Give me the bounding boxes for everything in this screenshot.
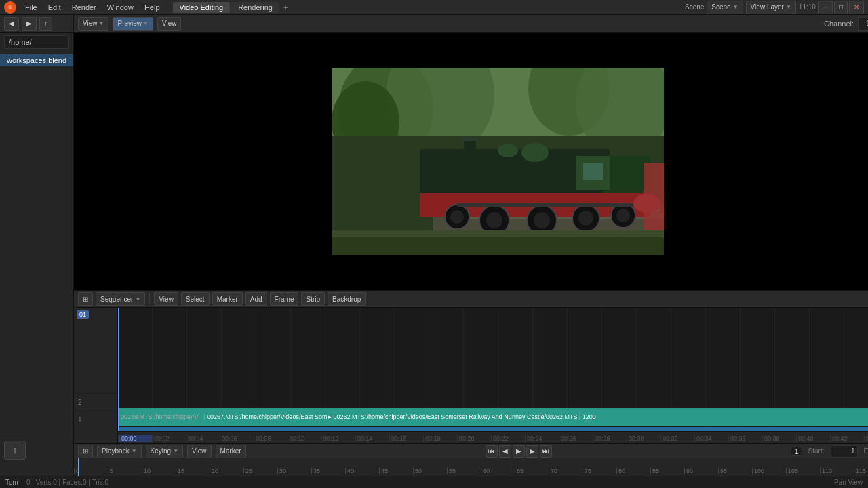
seq-add-btn[interactable]: Add (245, 292, 267, 306)
file-browser-bottom: ↑ · (0, 436, 73, 476)
svg-point-28 (616, 209, 630, 222)
preview-view-btn[interactable]: View ▼ (78, 17, 108, 30)
rm-75: 75 (583, 468, 616, 474)
menu-file[interactable]: File (20, 2, 42, 13)
rm-95: 95 (718, 468, 752, 474)
seq-ruler: 00:00 00:02 00:04 00:06 00:08 00:10 00:1… (118, 432, 868, 443)
preview-area (74, 33, 868, 290)
play-pause-btn[interactable]: ▶ (513, 445, 525, 458)
sequencer-header-btn[interactable]: ⊞ (78, 292, 93, 306)
t10: 00:10 (288, 435, 321, 442)
window-max-btn[interactable]: □ (834, 1, 848, 14)
menu-edit[interactable]: Edit (43, 2, 66, 13)
t32: 00:32 (660, 435, 694, 442)
rm-65: 65 (515, 468, 549, 474)
file-browser-up-btn[interactable]: ↑ (39, 17, 52, 30)
seq-timeline-content[interactable]: 00239.MTS:/home/chipper/V | 00257.MTS:/h… (118, 308, 868, 443)
t20: 00:20 (457, 435, 491, 442)
rm-80: 80 (616, 468, 650, 474)
current-frame-display: 1 (791, 447, 802, 456)
svg-rect-32 (460, 137, 479, 141)
tab-rendering[interactable]: Rendering (231, 2, 279, 13)
upload-btn[interactable]: ↑ (4, 441, 26, 460)
channel-input[interactable] (858, 17, 868, 30)
sequencer-area: 2 1 01 00239.MTS:/home/chipper/V | 00257… (74, 308, 868, 443)
strip1-label3: 00262.MTS:/home/chipper/Videos/East Some… (333, 413, 595, 420)
rm-35: 35 (311, 468, 345, 474)
playback-dropdown[interactable]: Playback ▼ (97, 445, 142, 458)
menu-window[interactable]: Window (102, 2, 138, 13)
preview-preview-arrow: ▼ (143, 20, 149, 26)
time-display: 11:10 (799, 3, 816, 11)
t40: 00:40 (796, 435, 830, 442)
t34: 00:34 (694, 435, 728, 442)
seq-view-btn[interactable]: View (154, 292, 178, 306)
t8: 00:08 (254, 435, 288, 442)
menu-help[interactable]: Help (140, 2, 165, 13)
svg-point-1 (8, 5, 12, 9)
seq-frame-btn[interactable]: Frame (270, 292, 299, 306)
seq-channel-1: 1 (74, 411, 117, 428)
strip1-label1: 00239.MTS:/home/chipper/V (121, 413, 199, 420)
preview-preview-btn[interactable]: Preview ▼ (113, 17, 153, 30)
t30: 00:30 (627, 435, 660, 442)
center-area: View ▼ Preview ▼ View Channel: ⊞ ⛶ (74, 15, 868, 476)
sequencer-name-dropdown[interactable]: Sequencer ▼ (96, 292, 145, 306)
seq-marker-btn[interactable]: Marker (212, 292, 243, 306)
frame-start-input[interactable] (831, 445, 858, 458)
t24: 00:24 (525, 435, 559, 442)
seq-strip-1[interactable]: 00239.MTS:/home/chipper/V | 00257.MTS:/h… (118, 408, 868, 426)
svg-point-26 (578, 211, 593, 226)
svg-point-22 (486, 212, 502, 228)
timeline-marker-btn[interactable]: Marker (216, 445, 246, 458)
rm-55: 55 (447, 468, 481, 474)
svg-point-20 (450, 210, 464, 224)
rm-100: 100 (752, 468, 786, 474)
seq-channel-2: 2 (74, 393, 117, 411)
preview-label: Preview (117, 20, 142, 27)
rm-40: 40 (345, 468, 379, 474)
rm-5: 5 (108, 468, 142, 474)
preview-view2-btn[interactable]: View (157, 17, 182, 30)
status-view: Pan View (834, 479, 863, 486)
rm-45: 45 (379, 468, 413, 474)
timeline-view-btn[interactable]: View (187, 445, 212, 458)
timeline-controls: ⊞ Playback ▼ Keying ▼ View Marker ⏮ ◀ ▶ … (74, 443, 868, 458)
timeline-header-btn[interactable]: ⊞ (78, 445, 93, 458)
file-browser-fwd-btn[interactable]: ▶ (22, 17, 37, 30)
t0: 00:00 (118, 435, 152, 442)
menu-render[interactable]: Render (67, 2, 101, 13)
viewlayer-dropdown-arrow: ▼ (786, 4, 791, 10)
t38: 00:38 (762, 435, 796, 442)
seq-strip-btn[interactable]: Strip (301, 292, 325, 306)
t6: 00:06 (220, 435, 254, 442)
path-input[interactable] (4, 35, 69, 49)
viewlayer-dropdown[interactable]: View Layer ▼ (746, 1, 796, 14)
tab-video-editing[interactable]: Video Editing (173, 2, 231, 13)
frame-end-label: End: (864, 447, 869, 455)
file-browser-back-btn[interactable]: ◀ (4, 17, 19, 30)
file-entry-workspace[interactable]: workspaces.blend (0, 54, 73, 66)
status-bar: Tom 0 | Verts:0 | Faces:0 | Tris:0 Pan V… (0, 476, 868, 488)
skip-start-btn[interactable]: ⏮ (486, 445, 498, 458)
preview-toolbar: View ▼ Preview ▼ View Channel: ⊞ ⛶ (74, 15, 868, 33)
preview-image (332, 68, 664, 255)
rm-70: 70 (549, 468, 583, 474)
window-close-btn[interactable]: ✕ (849, 1, 864, 14)
svg-rect-15 (583, 163, 603, 180)
timeline-ruler-bar: 0 5 10 15 20 25 30 35 40 45 50 55 60 65 … (74, 458, 868, 476)
left-panel: ◀ ▶ ↑ workspaces.blend ↑ · (0, 15, 74, 476)
seq-backdrop-btn[interactable]: Backdrop (328, 292, 366, 306)
keying-dropdown[interactable]: Keying ▼ (146, 445, 184, 458)
seq-select-btn[interactable]: Select (181, 292, 210, 306)
next-frame-btn[interactable]: ▶ (526, 445, 538, 458)
t36: 00:36 (728, 435, 762, 442)
window-min-btn[interactable]: ─ (818, 1, 833, 14)
main-layout: ◀ ▶ ↑ workspaces.blend ↑ · View ▼ Previe… (0, 15, 868, 476)
add-workspace-btn[interactable]: + (283, 3, 288, 12)
prev-frame-btn[interactable]: ◀ (499, 445, 511, 458)
rm-10: 10 (142, 468, 176, 474)
scene-dropdown[interactable]: Scene ▼ (707, 1, 743, 14)
frame-range-sep: Start: (808, 447, 825, 455)
skip-end-btn[interactable]: ⏭ (540, 445, 552, 458)
